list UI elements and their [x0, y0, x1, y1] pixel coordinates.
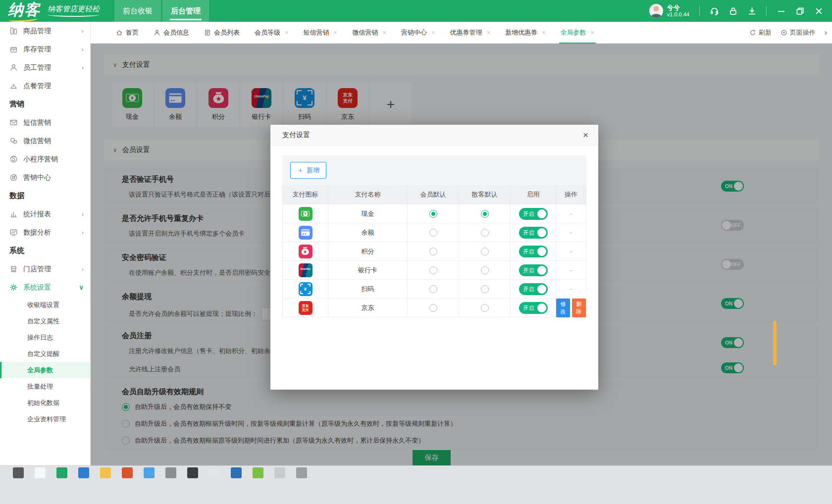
taskbar-icon[interactable]	[56, 467, 67, 478]
add-payment-button[interactable]: ＋ 新增	[290, 162, 326, 179]
tab-close-icon[interactable]: ×	[486, 29, 490, 36]
taskbar-icon[interactable]	[296, 467, 307, 478]
tab-会员信息[interactable]: 会员信息	[146, 22, 197, 44]
tabbar: 首页会员信息会员列表会员等级×短信营销×微信营销×营销中心×优惠券管理×新增优惠…	[91, 22, 832, 44]
payment-icon-cell: 京东支付	[283, 299, 328, 317]
tab-会员列表[interactable]: 会员列表	[197, 22, 247, 44]
sidebar-item[interactable]: 点餐管理	[0, 77, 90, 95]
taskbar-icon[interactable]	[209, 467, 220, 478]
sidebar-subitem[interactable]: 自定义提醒	[0, 346, 90, 362]
enable-cell: 开启	[511, 204, 556, 223]
sidebar-item[interactable]: 短信营销	[0, 113, 90, 132]
modal-close-icon[interactable]: ×	[583, 130, 588, 140]
tab-首页[interactable]: 首页	[108, 22, 146, 44]
member-default-radio[interactable]	[429, 248, 437, 255]
taskbar-icon[interactable]	[187, 467, 198, 478]
sidebar-item[interactable]: 员工管理›	[0, 58, 90, 77]
taskbar-icon[interactable]	[231, 467, 242, 478]
scrollbar-thumb[interactable]	[773, 321, 777, 365]
tab-close-icon[interactable]: ×	[431, 29, 435, 36]
sidebar-subitem[interactable]: 收银端设置	[0, 297, 90, 313]
enable-toggle[interactable]: 开启	[519, 208, 548, 220]
enable-toggle[interactable]: 开启	[519, 264, 548, 276]
guest-default-radio[interactable]	[481, 210, 489, 218]
payment-name-cell: 扫码	[328, 280, 408, 298]
sidebar-item[interactable]: 商品管理›	[0, 22, 90, 40]
guest-default-radio[interactable]	[481, 248, 489, 255]
guest-default-radio[interactable]	[481, 266, 489, 274]
tab-全局参数[interactable]: 全局参数×	[553, 22, 602, 44]
tab-close-icon[interactable]: ×	[591, 29, 595, 36]
tab-营销中心[interactable]: 营销中心×	[394, 22, 443, 44]
tabbar-expand-icon[interactable]: ›	[825, 28, 827, 37]
sidebar-subitem[interactable]: 操作日志	[0, 329, 90, 346]
lock-icon[interactable]	[724, 0, 742, 22]
sidebar-item[interactable]: 门店管理›	[0, 260, 90, 278]
sidebar-subitem-label: 批量处理	[27, 382, 53, 391]
sidebar-item[interactable]: 数据分析›	[0, 223, 90, 242]
sidebar-item[interactable]: 系统设置∨	[0, 278, 90, 297]
guest-default-radio[interactable]	[481, 229, 489, 237]
restore-button[interactable]	[790, 0, 809, 22]
taskbar-icon[interactable]	[100, 467, 111, 478]
taskbar-icon[interactable]	[253, 467, 263, 478]
customer-service-icon[interactable]	[705, 0, 724, 22]
close-button[interactable]	[809, 0, 828, 22]
member-default-radio[interactable]	[429, 266, 437, 274]
taskbar-icon[interactable]	[122, 467, 133, 478]
taskbar-icon[interactable]	[144, 467, 155, 478]
sidebar-item[interactable]: 统计报表›	[0, 205, 90, 223]
sidebar-subitem[interactable]: 初始化数据	[0, 395, 90, 411]
jd-payment-icon: 京东支付	[299, 301, 312, 315]
sidebar-subitem[interactable]: 批量处理	[0, 378, 90, 395]
enable-cell: 开启	[511, 242, 556, 260]
enable-toggle[interactable]: 开启	[519, 302, 548, 314]
taskbar-icon[interactable]	[35, 467, 46, 478]
nav-tab-admin[interactable]: 后台管理	[162, 0, 209, 22]
guest-default-radio[interactable]	[481, 285, 489, 293]
tab-close-icon[interactable]: ×	[382, 29, 386, 36]
sidebar-item[interactable]: 库存管理›	[0, 40, 90, 58]
operation-dash: -	[570, 229, 572, 236]
sidebar-subitem[interactable]: 全局参数	[0, 362, 90, 378]
home-icon	[116, 29, 123, 36]
sidebar: 商品管理›库存管理›员工管理›点餐管理营销短信营销微信营销小程序营销营销中心数据…	[0, 22, 91, 465]
tab-label: 微信营销	[352, 28, 378, 37]
sidebar-item[interactable]: 微信营销	[0, 132, 90, 150]
edit-button[interactable]: 修改	[556, 299, 570, 317]
tab-close-icon[interactable]: ×	[285, 29, 289, 36]
download-icon[interactable]	[742, 0, 761, 22]
sidebar-item[interactable]: 小程序营销	[0, 150, 90, 168]
tab-close-icon[interactable]: ×	[334, 29, 338, 36]
nav-tab-pos[interactable]: 前台收银	[114, 0, 161, 22]
tab-list: 首页会员信息会员列表会员等级×短信营销×微信营销×营销中心×优惠券管理×新增优惠…	[108, 22, 602, 44]
taskbar-icon[interactable]	[78, 467, 89, 478]
taskbar-icon[interactable]	[13, 467, 24, 478]
scan-payment-icon: ¥	[299, 282, 312, 296]
minimize-button[interactable]	[772, 0, 790, 22]
tab-会员等级[interactable]: 会员等级×	[247, 22, 296, 44]
tab-label: 首页	[126, 28, 139, 37]
tab-新增优惠券[interactable]: 新增优惠券×	[498, 22, 553, 44]
tab-优惠券管理[interactable]: 优惠券管理×	[442, 22, 498, 44]
member-default-radio[interactable]	[429, 304, 437, 312]
avatar[interactable]	[649, 4, 663, 18]
enable-toggle[interactable]: 开启	[519, 246, 548, 257]
taskbar-icon[interactable]	[274, 467, 285, 478]
tab-close-icon[interactable]: ×	[542, 29, 546, 36]
tab-短信营销[interactable]: 短信营销×	[296, 22, 345, 44]
enable-toggle[interactable]: 开启	[519, 227, 548, 239]
tab-微信营销[interactable]: 微信营销×	[345, 22, 394, 44]
member-default-radio[interactable]	[429, 210, 437, 218]
sidebar-item[interactable]: 营销中心	[0, 168, 90, 187]
sidebar-subitem[interactable]: 企业资料管理	[0, 411, 90, 427]
member-default-radio[interactable]	[429, 285, 437, 293]
taskbar-icon[interactable]	[165, 467, 176, 478]
page-ops-button[interactable]: 页面操作	[780, 28, 816, 37]
delete-button[interactable]: 删除	[572, 299, 586, 317]
sidebar-subitem[interactable]: 自定义属性	[0, 313, 90, 329]
guest-default-radio[interactable]	[481, 304, 489, 312]
enable-toggle[interactable]: 开启	[519, 283, 548, 295]
member-default-radio[interactable]	[429, 229, 437, 237]
refresh-button[interactable]: 刷新	[749, 28, 772, 37]
